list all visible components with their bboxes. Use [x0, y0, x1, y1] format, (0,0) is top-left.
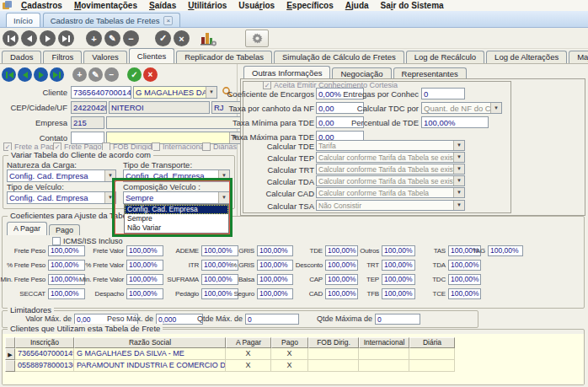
- coef-field-cap[interactable]: 100,00%: [325, 274, 358, 285]
- column-header-inscricao[interactable]: Inscrição: [15, 337, 74, 348]
- coef-field-frete-peso[interactable]: 100,00%: [48, 245, 85, 256]
- window-tab-inicio[interactable]: Início: [6, 13, 40, 27]
- cliente-code-field[interactable]: 73656407000145: [71, 86, 131, 99]
- coef-field-seccat[interactable]: 100,00%: [48, 288, 85, 299]
- coef-field-frete-valor[interactable]: 100,00%: [126, 245, 163, 256]
- limit-field-qtde-maxima-de[interactable]: 0: [375, 314, 420, 325]
- record-nav-first-button[interactable]: [2, 67, 16, 82]
- coef-field-despacho[interactable]: 100,00%: [126, 288, 163, 299]
- chevron-down-icon[interactable]: ▼: [104, 170, 115, 181]
- coef-field-desconto[interactable]: 100,00%: [325, 260, 358, 271]
- record-nav-prev-button[interactable]: [18, 67, 32, 82]
- toolbar-add-button[interactable]: +: [86, 30, 102, 46]
- combobox-natureza-da-carga[interactable]: Config. Cad. Empresa▼: [7, 169, 116, 182]
- tab-clientes[interactable]: Clientes: [129, 48, 174, 63]
- menu-item-saidas[interactable]: Saídas: [143, 1, 182, 10]
- menu-item-sair-do-sistema[interactable]: Sair do Sistema: [375, 1, 450, 10]
- coef-field-outros[interactable]: 100,00%: [382, 245, 415, 256]
- tab-negociacao[interactable]: Negociação: [332, 67, 391, 79]
- coef-field-tda[interactable]: 100,00%: [448, 260, 481, 271]
- cliente-name-combobox[interactable]: G MAGALHAES DA SILVA - ME▼: [133, 86, 217, 99]
- coef-field-cad[interactable]: 100,00%: [325, 288, 358, 299]
- column-header-a-pagar[interactable]: A Pagar: [226, 337, 271, 348]
- tab-replicador-de-tabelas[interactable]: Replicador de Tabelas: [176, 51, 272, 63]
- tab-dados[interactable]: Dados: [2, 51, 41, 63]
- menu-item-especificos[interactable]: Específicos: [281, 1, 339, 10]
- coef-field-tde[interactable]: 100,00%: [325, 245, 358, 256]
- table-row[interactable]: ▶73656407000145G MAGALHAES DA SILVA - ME…: [5, 348, 455, 360]
- menu-item-cadastros[interactable]: Cadastros: [15, 1, 68, 10]
- chevron-down-icon[interactable]: ▼: [104, 192, 115, 203]
- tab-majoracoes[interactable]: Majorações: [569, 51, 588, 63]
- toolbar-nav-last-button[interactable]: [58, 30, 74, 46]
- record-remove-button[interactable]: −: [104, 67, 119, 82]
- coef-field-tfb[interactable]: 100,00%: [382, 288, 415, 299]
- menu-item-utilitarios[interactable]: Utilitários: [182, 1, 233, 10]
- coef-tab-pago[interactable]: Pago: [49, 224, 80, 235]
- record-confirm-button[interactable]: ✓: [127, 67, 142, 82]
- limit-field-peso-max-de[interactable]: 0,000: [156, 314, 203, 325]
- settings-gear-button[interactable]: [245, 30, 269, 47]
- record-nav-next-button[interactable]: [34, 67, 48, 82]
- toolbar-nav-prev-button[interactable]: [21, 30, 37, 46]
- record-add-button[interactable]: +: [72, 67, 87, 82]
- column-header-pago[interactable]: Pago: [271, 337, 308, 348]
- menu-item-movimentacoes[interactable]: Movimentações: [68, 1, 143, 10]
- tab-outras-informacoes[interactable]: Outras Informações: [243, 66, 330, 79]
- coef-field-frete-peso[interactable]: 100,00%: [48, 260, 85, 271]
- column-header-fob-dirig[interactable]: FOB Dirig.: [308, 337, 359, 348]
- tab-simulacao-de-calculo-de-fretes[interactable]: Simulação de Cálculo de Fretes: [274, 51, 404, 63]
- limit-field-qtde-max-de[interactable]: 0: [245, 314, 299, 325]
- tab-filtros[interactable]: Filtros: [43, 51, 82, 63]
- combobox-composicao-veiculo[interactable]: Sempre▼: [123, 191, 230, 204]
- menu-item-ajuda[interactable]: Ajuda: [339, 1, 375, 10]
- chevron-down-icon[interactable]: ▼: [218, 192, 229, 203]
- field-percentual-de-tde[interactable]: 100,00%: [421, 116, 489, 128]
- toolbar-nav-next-button[interactable]: [40, 30, 56, 46]
- chevron-down-icon[interactable]: ▼: [218, 170, 229, 181]
- record-nav-last-button[interactable]: [50, 67, 64, 82]
- menu-item-usuarios[interactable]: Usuários: [233, 1, 281, 10]
- toolbar-confirm-button[interactable]: ✓: [155, 30, 171, 46]
- coef-field-tdc[interactable]: 100,00%: [448, 274, 481, 285]
- coef-field-gris[interactable]: 100,00%: [257, 260, 293, 271]
- coef-field-gris[interactable]: 100,00%: [257, 245, 293, 256]
- tab-log-de-alteracoes[interactable]: Log de Alterações: [486, 51, 567, 63]
- coef-field-tag[interactable]: 100,00%: [488, 245, 523, 256]
- toolbar-edit-button[interactable]: ✎: [104, 30, 120, 46]
- tab-valores[interactable]: Valores: [83, 51, 127, 63]
- coef-field-tep[interactable]: 100,00%: [382, 274, 415, 285]
- dropdown-option-config-cad-empresa[interactable]: Config. Cad. Empresa: [125, 205, 228, 214]
- tab-log-de-recalculo[interactable]: Log de Recálculo: [406, 51, 484, 63]
- coef-field-suframa[interactable]: 100,00%: [201, 274, 238, 285]
- field-entregas-por-conhec[interactable]: 0: [421, 88, 465, 99]
- column-header-internacional[interactable]: Internacional: [359, 337, 409, 348]
- dropdown-option-sempre[interactable]: Sempre: [125, 214, 228, 223]
- tab-representantes[interactable]: Representantes: [393, 67, 467, 79]
- toolbar-remove-button[interactable]: −: [123, 30, 139, 46]
- coef-tab-a-pagar[interactable]: A Pagar: [7, 222, 47, 235]
- coef-field-frete-valor[interactable]: 100,00%: [126, 260, 163, 271]
- dropdown-option-nao-variar[interactable]: Não Variar: [125, 223, 228, 233]
- chart-icon[interactable]: [200, 30, 217, 46]
- record-edit-button[interactable]: ✎: [88, 67, 103, 82]
- coef-field-seguro[interactable]: 100,00%: [257, 288, 293, 299]
- checkbox-icms-iss-incluso[interactable]: ICMS/ISS Incluso: [52, 237, 123, 245]
- toolbar-cancel-button[interactable]: ×: [174, 30, 190, 46]
- close-icon[interactable]: ×: [163, 16, 173, 25]
- coef-field-min-frete-valor[interactable]: 100,00%: [126, 274, 163, 285]
- coef-field-trt[interactable]: 100,00%: [382, 260, 415, 271]
- coef-field-ademe[interactable]: 100,00%: [201, 245, 238, 256]
- combobox-tipo-de-transporte[interactable]: Config. Cad. Empresa▼: [123, 169, 230, 182]
- coef-field-pedagio[interactable]: 100,00%: [201, 288, 238, 299]
- chevron-down-icon[interactable]: ▼: [206, 87, 216, 98]
- window-tab-cadastro-de-tabelas-de-fretes[interactable]: Cadastro de Tabelas de Fretes×: [43, 13, 181, 27]
- column-header-diaria[interactable]: Diária: [409, 337, 455, 348]
- record-cancel-button[interactable]: ×: [143, 67, 158, 82]
- coef-field-tce[interactable]: 100,00%: [448, 288, 481, 299]
- coef-field-balsa[interactable]: 100,00%: [257, 274, 293, 285]
- checkbox-box[interactable]: [52, 237, 61, 245]
- table-row[interactable]: 05588978000130PARAMOUNT INDUSTRIA E COME…: [5, 360, 455, 372]
- toolbar-nav-first-button[interactable]: [3, 30, 19, 46]
- column-header-razao-social[interactable]: Razão Social: [74, 337, 226, 348]
